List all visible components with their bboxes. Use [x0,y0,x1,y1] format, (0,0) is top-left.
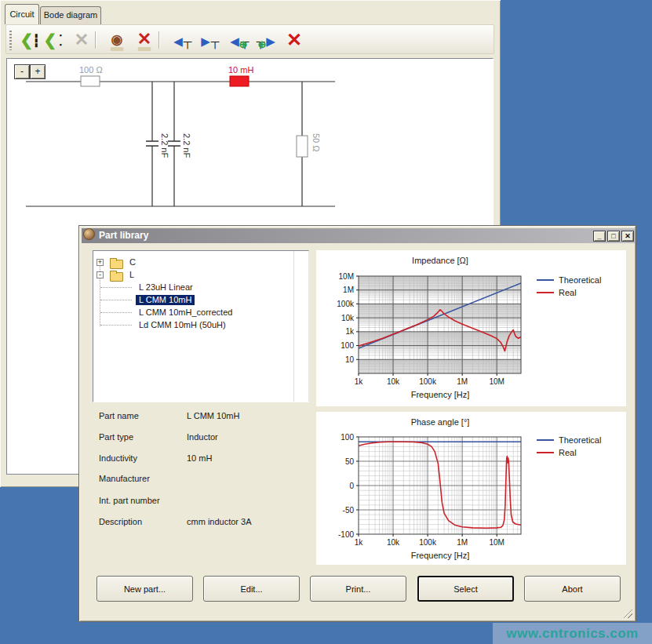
add-node-right-icon[interactable]: ┬▶ [199,29,220,51]
maximize-button[interactable]: □ [607,231,620,242]
insert-node-left-icon-glyph: ⊕ [239,39,248,49]
tree-item-label[interactable]: Ld CMM 10mH (50uH) [136,320,229,330]
tree-item-label[interactable]: L CMM 10mH [136,295,195,305]
watermark: www.cntronics.com [493,623,652,644]
delete-node-icon[interactable]: ✕ [283,29,305,51]
edit-button[interactable]: Edit... [203,576,300,602]
phase-chart-panel: 1k10k100k1M10M100500-50-100Phase angle [… [316,412,626,565]
folder-icon [110,272,123,282]
print-button[interactable]: Print... [310,576,406,602]
delete-part-disabled-icon-glyph: ✕ [75,31,89,49]
svg-text:10M: 10M [489,538,504,547]
add-node-left-icon-glyph: ┬ [184,35,192,47]
insert-part-left-icon-glyph: ┇ [32,35,39,46]
svg-text:100: 100 [341,341,354,350]
tree-guide-stub [100,325,132,326]
component-label: 50 Ω [311,133,321,152]
resistor-100-symbol[interactable] [81,76,100,86]
svg-text:Theoretical: Theoretical [559,275,601,285]
add-node-left-icon-glyph: ◀ [173,35,183,47]
insert-node-left-icon-glyph: ◀ [230,35,239,47]
detail-label: Manufacturer [99,474,184,483]
add-node-right-icon-glyph: ┬ [211,35,220,47]
collapse-icon[interactable]: - [97,271,104,278]
resize-grip[interactable] [622,608,632,618]
svg-text:-50: -50 [343,506,355,515]
insert-part-before-icon-glyph: ❮ [44,32,57,48]
insert-node-left-icon[interactable]: ┬⊕◀ [228,29,250,51]
svg-text:100k: 100k [419,377,437,386]
dialog-titlebar[interactable]: Part library [82,228,635,243]
toolbar: ❮┇❮▪▪✕▬◉▬✕┬◀┬▶┬⊕◀┬⊕▶✕ [5,24,494,54]
folder-icon [110,260,123,269]
minimize-button[interactable]: _ [593,231,606,242]
detail-label: Inductivity [99,453,184,463]
svg-text:-100: -100 [338,530,354,539]
tree-item-label[interactable]: C [126,257,139,267]
svg-text:1M: 1M [343,286,354,294]
add-node-right-icon-glyph: ▶ [201,35,210,47]
part-library-dialog: Part library _□✕ +C-LL 23uH LinearL CMM … [78,225,636,622]
detail-label: Part type [99,432,184,442]
svg-text:1k: 1k [345,327,355,336]
toolbar-separator [158,31,159,49]
select-button[interactable]: Select [417,576,514,602]
component-label: 2.2 nF [182,133,191,158]
remove-part-icon[interactable]: ▬✕ [133,29,155,51]
expand-icon[interactable]: + [97,259,104,266]
part-library-snail-icon[interactable]: ▬◉ [106,29,128,51]
detail-value: 10 mH [187,453,312,463]
svg-text:1k: 1k [355,377,364,386]
svg-text:100k: 100k [419,538,437,547]
part-tree[interactable]: +C-LL 23uH LinearL CMM 10mHL CMM 10mH_co… [93,250,309,402]
detail-value: Inductor [187,432,312,442]
component-label: 100 Ω [79,65,103,75]
delete-node-icon-glyph: ✕ [286,31,302,49]
insert-part-before-icon-glyph: ▪ [59,32,61,39]
remove-part-icon-glyph: ✕ [137,31,151,48]
close-button[interactable]: ✕ [621,231,634,242]
inductor-10mH-symbol[interactable] [230,76,249,86]
tree-item-label[interactable]: L 23uH Linear [136,282,196,293]
impedance-chart: 1k10k100k1M10M10M1M100k10k1k10010Impedan… [316,250,626,406]
svg-text:10k: 10k [341,314,355,322]
svg-text:50: 50 [345,457,355,466]
detail-label: Int. part number [99,496,184,505]
svg-text:1k: 1k [355,538,364,547]
svg-text:0: 0 [349,482,354,490]
tree-item-label[interactable]: L [126,270,137,280]
tab-circuit[interactable]: Circuit [5,4,39,24]
component-label: 10 mH [228,65,253,75]
tree-scroll-area-divider [293,251,294,402]
impedance-chart-panel: 1k10k100k1M10M10M1M100k10k1k10010Impedan… [316,250,626,406]
insert-part-before-icon-glyph: ▪ [59,42,61,49]
toolbar-separator [95,31,96,49]
svg-text:100k: 100k [337,300,355,308]
svg-text:Phase angle [°]: Phase angle [°] [411,417,470,427]
detail-value: L CMM 10mH [187,411,312,420]
tab-bode-diagram[interactable]: Bode diagram [40,6,101,24]
svg-text:Impedance [Ω]: Impedance [Ω] [412,256,468,265]
insert-node-right-icon-glyph: ▶ [266,35,275,47]
zoom-out-button[interactable]: - [14,64,30,79]
add-node-left-icon[interactable]: ┬◀ [171,29,193,51]
new-part-button[interactable]: New part... [97,576,193,602]
svg-text:Frequency [Hz]: Frequency [Hz] [411,551,470,560]
zoom-in-button[interactable]: + [30,64,46,79]
svg-text:Frequency [Hz]: Frequency [Hz] [411,390,470,399]
delete-part-disabled-icon[interactable]: ✕ [71,29,93,51]
detail-value: cmm inductor 3A [187,517,312,526]
svg-text:1M: 1M [457,538,468,547]
svg-text:100: 100 [341,433,354,442]
toolbar-grip[interactable] [9,31,12,50]
phase-angle-chart: 1k10k100k1M10M100500-50-100Phase angle [… [316,412,626,565]
tree-guide-stub [100,287,132,288]
resistor-50-symbol[interactable] [297,136,308,157]
abort-button[interactable]: Abort [524,576,621,602]
insert-part-before-icon[interactable]: ❮▪▪ [43,29,65,51]
svg-text:Real: Real [559,288,577,297]
insert-node-right-icon[interactable]: ┬⊕▶ [256,29,278,51]
tree-item-label[interactable]: L CMM 10mH_corrected [136,307,235,318]
insert-part-left-icon[interactable]: ❮┇ [20,29,42,51]
svg-text:10k: 10k [387,377,400,386]
